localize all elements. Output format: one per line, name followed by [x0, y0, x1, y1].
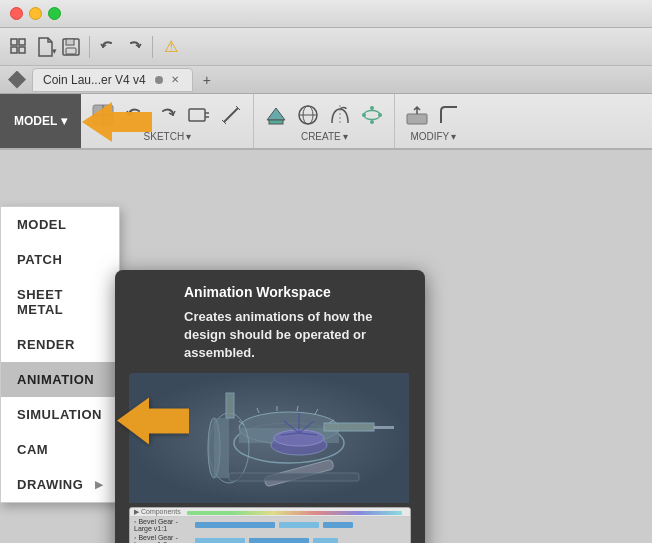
- separator-2: [152, 36, 153, 58]
- tab-close-button[interactable]: ✕: [168, 73, 182, 87]
- warning-icon[interactable]: ⚠: [160, 36, 182, 58]
- menu-item-patch[interactable]: PATCH: [1, 242, 119, 277]
- app-logo: [8, 71, 26, 89]
- workspace-dropdown-menu: MODEL PATCH SHEET METAL RENDER ANIMATION…: [0, 206, 120, 503]
- timeline-header: ▶ Components: [130, 508, 410, 517]
- main-area: MODEL PATCH SHEET METAL RENDER ANIMATION…: [0, 150, 652, 543]
- title-bar: [0, 0, 652, 28]
- modify-group: MODIFY ▾: [395, 94, 471, 148]
- create-dropdown-icon[interactable]: ▾: [343, 131, 348, 142]
- undo-icon[interactable]: [97, 36, 119, 58]
- minimize-button[interactable]: [29, 7, 42, 20]
- svg-point-24: [370, 106, 374, 110]
- sketch-label-row: SKETCH ▾: [144, 131, 192, 142]
- model-workspace-button[interactable]: MODEL ▾: [0, 94, 81, 148]
- new-tab-button[interactable]: +: [197, 70, 217, 90]
- model-label: MODEL: [14, 114, 57, 128]
- svg-rect-42: [214, 418, 229, 478]
- model-dropdown-icon: ▾: [61, 114, 67, 128]
- sketch-dropdown-icon[interactable]: ▾: [186, 131, 191, 142]
- menu-item-model[interactable]: MODEL: [1, 207, 119, 242]
- svg-rect-5: [66, 39, 74, 45]
- svg-rect-0: [11, 39, 17, 45]
- window-controls: [10, 7, 61, 20]
- fillet-icon[interactable]: [435, 101, 463, 129]
- create-label-row: CREATE ▾: [301, 131, 348, 142]
- animation-tooltip: Animation Workspace Creates animations o…: [115, 270, 425, 543]
- save-icon[interactable]: [60, 36, 82, 58]
- svg-rect-26: [407, 114, 427, 124]
- svg-marker-27: [117, 397, 189, 444]
- freeform-icon[interactable]: [358, 101, 386, 129]
- modify-label-row: MODIFY ▾: [410, 131, 456, 142]
- drawing-submenu-arrow: ▶: [95, 479, 104, 490]
- tab-item[interactable]: Coin Lau...er V4 v4 ✕: [32, 68, 193, 92]
- svg-rect-11: [189, 109, 205, 121]
- svg-point-23: [378, 113, 382, 117]
- close-button[interactable]: [10, 7, 23, 20]
- svg-rect-2: [11, 47, 17, 53]
- file-icon[interactable]: ▾: [34, 36, 56, 58]
- toolbar: ▾ ⚠: [0, 28, 652, 66]
- redo-ribbon-icon[interactable]: [153, 101, 181, 129]
- create-label: CREATE: [301, 131, 341, 142]
- svg-point-22: [362, 113, 366, 117]
- menu-item-animation[interactable]: ANIMATION: [1, 362, 119, 397]
- timeline-preview: ▶ Components ◦ Bevel Gear - Large v1:1 ◦…: [129, 507, 411, 543]
- tab-bar: Coin Lau...er V4 v4 ✕ +: [0, 66, 652, 94]
- menu-item-simulation[interactable]: SIMULATION: [1, 397, 119, 432]
- svg-point-25: [370, 120, 374, 124]
- tooltip-title: Animation Workspace: [184, 284, 411, 300]
- sphere-icon[interactable]: [294, 101, 322, 129]
- modify-label: MODIFY: [410, 131, 449, 142]
- create-icons-row: [262, 101, 386, 129]
- undo-ribbon-icon[interactable]: [121, 101, 149, 129]
- tab-label: Coin Lau...er V4 v4: [43, 73, 146, 87]
- sketch-icons-row: [89, 101, 245, 129]
- modify-icons-row: [403, 101, 463, 129]
- svg-rect-17: [269, 120, 283, 124]
- svg-rect-39: [374, 426, 394, 429]
- svg-rect-38: [324, 423, 374, 431]
- svg-line-14: [224, 108, 238, 122]
- line-icon[interactable]: [217, 101, 245, 129]
- revolve-icon[interactable]: [326, 101, 354, 129]
- menu-item-drawing[interactable]: DRAWING ▶: [1, 467, 119, 502]
- grid-icon[interactable]: [8, 36, 30, 58]
- menu-item-render[interactable]: RENDER: [1, 327, 119, 362]
- tab-dirty-indicator: [155, 76, 163, 84]
- tooltip-arrow-indicator: [117, 393, 189, 452]
- timeline-row-1: ◦ Bevel Gear - Large v1:1: [130, 517, 410, 533]
- tooltip-description: Creates animations of how the design sho…: [184, 308, 411, 363]
- menu-item-sheet-metal[interactable]: SHEET METAL: [1, 277, 119, 327]
- maximize-button[interactable]: [48, 7, 61, 20]
- svg-rect-52: [229, 473, 359, 481]
- sketch-profile-icon[interactable]: [185, 101, 213, 129]
- svg-rect-6: [66, 48, 76, 54]
- sketch-label: SKETCH: [144, 131, 185, 142]
- redo-icon[interactable]: [123, 36, 145, 58]
- extrude-icon[interactable]: [262, 101, 290, 129]
- ribbon: MODEL ▾: [0, 94, 652, 150]
- svg-rect-3: [19, 47, 25, 53]
- svg-rect-1: [19, 39, 25, 45]
- menu-item-cam[interactable]: CAM: [1, 432, 119, 467]
- press-pull-icon[interactable]: [403, 101, 431, 129]
- timeline-row-2: ◦ Bevel Gear - Large v1:2: [130, 533, 410, 543]
- svg-rect-43: [226, 393, 234, 418]
- create-group: CREATE ▾: [254, 94, 395, 148]
- sketch-group: SKETCH ▾: [81, 94, 254, 148]
- separator-1: [89, 36, 90, 58]
- modify-dropdown-icon[interactable]: ▾: [451, 131, 456, 142]
- sketch-icon-1[interactable]: [89, 101, 117, 129]
